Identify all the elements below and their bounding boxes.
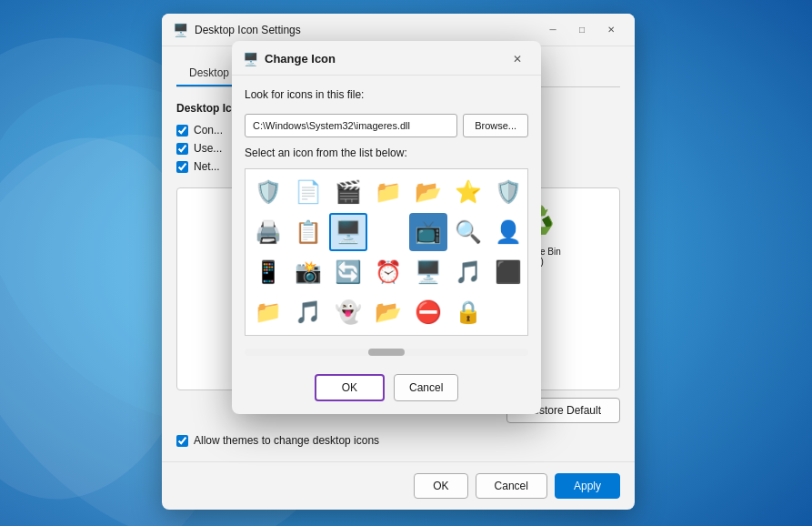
change-icon-cancel-button[interactable]: Cancel	[394, 374, 458, 401]
file-path-input[interactable]	[245, 114, 457, 137]
settings-close-button[interactable]: ✕	[598, 19, 624, 41]
icon-grid-scrollbar-thumb	[368, 349, 405, 356]
checkbox-computer-label: Con...	[194, 124, 223, 137]
icon-cell-21[interactable]: 📁	[249, 293, 287, 331]
settings-window-title: Desktop Icon Settings	[195, 24, 540, 36]
file-input-row: Browse...	[245, 114, 528, 137]
icon-cell-0[interactable]: 🛡️	[249, 173, 287, 211]
allow-themes-checkbox[interactable]	[176, 435, 188, 447]
icon-cell-22[interactable]: 🎵	[289, 293, 327, 331]
icon-cell-24[interactable]: 📂	[369, 293, 407, 331]
settings-window-controls: ─ □ ✕	[540, 19, 624, 41]
icon-cell-27[interactable]	[489, 293, 527, 331]
icon-cell-1[interactable]: 📄	[289, 173, 327, 211]
settings-ok-button[interactable]: OK	[414, 473, 467, 499]
allow-themes-row[interactable]: Allow themes to change desktop icons	[176, 434, 620, 447]
change-icon-body: Look for icons in this file: Browse... S…	[232, 76, 541, 365]
file-label: Look for icons in this file:	[245, 88, 528, 101]
checkbox-users-files-input[interactable]	[176, 143, 188, 155]
icon-cell-18[interactable]: 🖥️	[409, 253, 447, 291]
icon-cell-26[interactable]: 🔒	[449, 293, 487, 331]
icon-grid-scrollbar[interactable]	[245, 349, 528, 356]
icon-cell-13[interactable]: 👤	[489, 213, 527, 251]
icon-cell-12[interactable]: 🔍	[449, 213, 487, 251]
icon-grid: 🛡️ 📄 🎬 📁 📂 ⭐ 🛡️ 🖨️ 📋 🖥️ 📺 🔍 👤 📱 📸 🔄 ⏰ 🖥️…	[245, 168, 528, 336]
settings-maximize-button[interactable]: □	[569, 19, 595, 41]
icon-cell-14[interactable]: 📱	[249, 253, 287, 291]
checkbox-users-files-label: Use...	[194, 142, 222, 155]
icon-cell-23[interactable]: 👻	[329, 293, 367, 331]
checkbox-computer-input[interactable]	[176, 125, 188, 137]
change-icon-dialog-title: Change Icon	[265, 52, 505, 66]
checkbox-network-label: Net...	[194, 160, 220, 173]
icon-cell-16[interactable]: 🔄	[329, 253, 367, 291]
browse-button[interactable]: Browse...	[463, 114, 528, 137]
icon-cell-19[interactable]: 🎵	[449, 253, 487, 291]
icon-cell-11[interactable]: 📺	[409, 213, 447, 251]
icon-cell-3[interactable]: 📁	[369, 173, 407, 211]
change-icon-titlebar: 🖥️ Change Icon ✕	[232, 41, 541, 76]
icon-cell-6[interactable]: 🛡️	[489, 173, 527, 211]
icon-cell-25[interactable]: ⛔	[409, 293, 447, 331]
change-icon-dialog: 🖥️ Change Icon ✕ Look for icons in this …	[232, 41, 541, 414]
icon-cell-4[interactable]: 📂	[409, 173, 447, 211]
change-icon-dialog-icon: 🖥️	[243, 52, 257, 66]
change-icon-close-button[interactable]: ✕	[505, 48, 530, 70]
icon-cell-10[interactable]	[369, 213, 407, 251]
allow-themes-label: Allow themes to change desktop icons	[194, 434, 379, 447]
icon-cell-7[interactable]: 🖨️	[249, 213, 287, 251]
icon-cell-15[interactable]: 📸	[289, 253, 327, 291]
icon-cell-17[interactable]: ⏰	[369, 253, 407, 291]
checkbox-network-input[interactable]	[176, 161, 188, 173]
icon-cell-8[interactable]: 📋	[289, 213, 327, 251]
settings-window-icon: 🖥️	[173, 23, 187, 37]
icon-cell-9[interactable]: 🖥️	[329, 213, 367, 251]
settings-bottom-buttons: OK Cancel Apply	[162, 461, 635, 510]
icon-list-label: Select an icon from the list below:	[245, 147, 528, 159]
settings-minimize-button[interactable]: ─	[540, 19, 566, 41]
change-icon-footer: OK Cancel	[232, 365, 541, 414]
icon-cell-2[interactable]: 🎬	[329, 173, 367, 211]
settings-cancel-button[interactable]: Cancel	[476, 473, 547, 499]
icon-cell-5[interactable]: ⭐	[449, 173, 487, 211]
icon-cell-20[interactable]: ⬛	[489, 253, 527, 291]
change-icon-ok-button[interactable]: OK	[315, 374, 385, 401]
settings-apply-button[interactable]: Apply	[555, 473, 620, 499]
